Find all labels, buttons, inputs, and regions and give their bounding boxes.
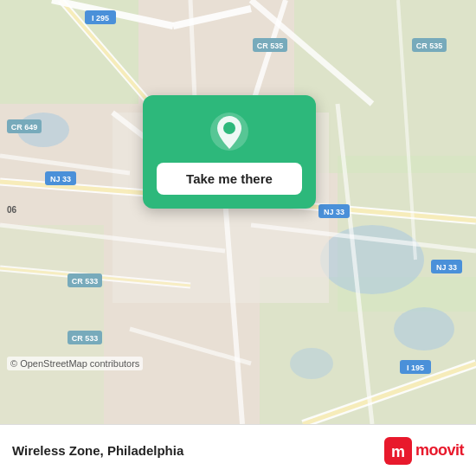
svg-point-9	[290, 348, 333, 379]
svg-text:CR 533: CR 533	[72, 277, 99, 286]
svg-rect-4	[0, 225, 104, 424]
moovit-logo: m moovit	[384, 437, 464, 465]
popup-card: Take me there	[143, 95, 316, 209]
location-pin-icon	[209, 111, 250, 152]
svg-point-7	[394, 307, 454, 351]
take-me-there-button[interactable]: Take me there	[157, 163, 302, 195]
svg-text:CR 533: CR 533	[72, 334, 99, 343]
svg-text:CR 535: CR 535	[416, 42, 443, 50]
map-container: I 295 CR 649 NJ 33 CR 535 CR 535 CR 533 …	[0, 0, 476, 424]
svg-text:m: m	[391, 443, 405, 460]
svg-text:CR 535: CR 535	[257, 42, 284, 50]
svg-text:06: 06	[7, 205, 17, 215]
svg-point-56	[223, 122, 235, 134]
moovit-wordmark: moovit	[415, 441, 464, 460]
svg-text:NJ 33: NJ 33	[436, 263, 457, 272]
svg-text:NJ 33: NJ 33	[50, 175, 71, 183]
svg-text:CR 649: CR 649	[11, 123, 38, 132]
svg-text:NJ 33: NJ 33	[324, 208, 344, 216]
svg-text:I 195: I 195	[407, 363, 424, 372]
moovit-m-icon: m	[384, 437, 412, 465]
bottom-bar: Wireless Zone, Philadelphia m moovit	[0, 424, 476, 476]
svg-text:I 295: I 295	[92, 14, 109, 23]
map-attribution: © OpenStreetMap contributors	[7, 357, 143, 370]
location-name: Wireless Zone, Philadelphia	[12, 443, 183, 458]
